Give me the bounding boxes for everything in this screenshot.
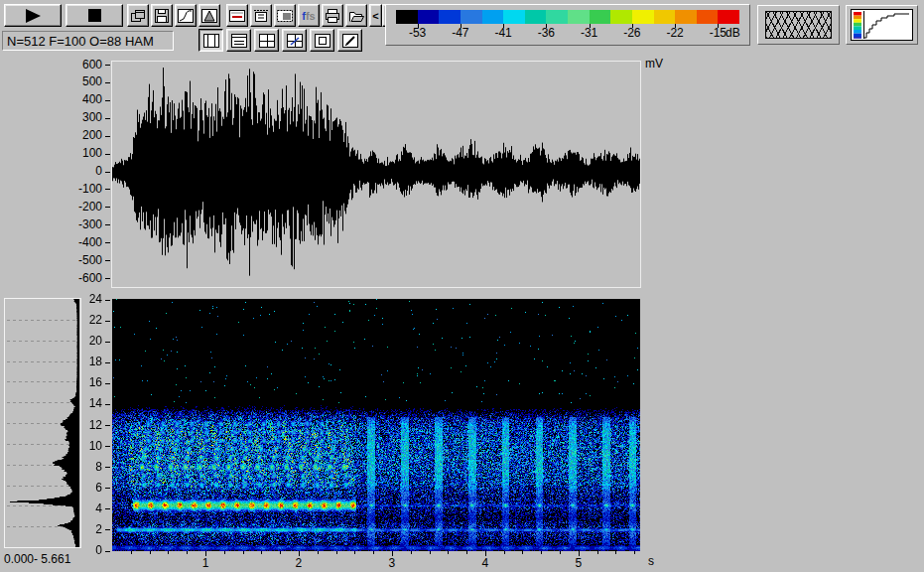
layout-quad-move-icon bbox=[287, 34, 303, 48]
spectrogram-x-tick-label: 4 bbox=[474, 556, 496, 570]
crosshatch-pattern-icon bbox=[765, 11, 832, 39]
waveform-y-tick bbox=[105, 154, 110, 155]
spectrogram-x-tick bbox=[541, 551, 542, 554]
color-scale-block bbox=[503, 10, 525, 24]
save-icon bbox=[155, 9, 169, 23]
sampling-rate-icon: ffs bbox=[302, 10, 315, 22]
layout-vertical-split-button[interactable] bbox=[198, 29, 223, 52]
spectrogram-plot[interactable] bbox=[112, 299, 640, 551]
spectrogram-x-tick bbox=[187, 551, 188, 554]
waveform-y-tick-label: 300 bbox=[57, 111, 102, 124]
spectrogram-y-tick bbox=[105, 529, 110, 530]
spectrogram-y-tick bbox=[105, 404, 110, 405]
waveform-canvas[interactable] bbox=[112, 62, 640, 287]
waveform-y-tick bbox=[105, 118, 110, 119]
spectrogram-x-tick bbox=[318, 551, 319, 554]
play-button[interactable] bbox=[4, 4, 62, 27]
spectrogram-x-tick bbox=[150, 551, 151, 554]
spectrogram-x-tick bbox=[373, 551, 374, 554]
layout-quad-button[interactable] bbox=[254, 29, 279, 52]
spectrogram-x-tick-label: 1 bbox=[195, 556, 216, 570]
waveform-y-tick bbox=[105, 260, 110, 261]
spectrogram-y-tick-label: 10 bbox=[57, 440, 102, 453]
spectrogram-x-tick-label: 3 bbox=[381, 556, 403, 570]
spectrogram-x-tick bbox=[504, 551, 505, 554]
spectrogram-y-tick bbox=[105, 446, 110, 447]
calibration-curve-icon bbox=[178, 9, 194, 23]
color-scale-tick-label: -22 bbox=[658, 26, 692, 40]
spectrogram-x-tick bbox=[634, 551, 635, 554]
spectrogram-x-tick bbox=[224, 551, 225, 554]
spectrogram-x-tick bbox=[560, 551, 561, 554]
color-scale-block bbox=[675, 10, 697, 24]
db-unit-label: dB bbox=[726, 26, 740, 40]
transfer-curve-panel[interactable] bbox=[846, 5, 918, 45]
layout-quad-move-button[interactable] bbox=[282, 29, 307, 52]
spectrogram-x-tick bbox=[466, 551, 467, 554]
waveform-y-tick bbox=[105, 189, 110, 190]
edit-pencil-icon bbox=[342, 34, 358, 48]
save-button[interactable] bbox=[151, 4, 173, 27]
spectrogram-x-tick bbox=[411, 551, 412, 554]
spectrogram-y-axis: 242220181614121086420 bbox=[0, 299, 111, 551]
color-scale-block bbox=[610, 10, 632, 24]
waveform-y-tick bbox=[105, 172, 110, 173]
sampling-rate-button[interactable]: ffs bbox=[298, 4, 320, 27]
copy-trace-button[interactable] bbox=[127, 4, 149, 27]
spectrogram-y-tick bbox=[105, 425, 110, 426]
waveform-plot[interactable] bbox=[111, 61, 641, 288]
spectrogram-x-tick bbox=[336, 551, 337, 554]
select-region-button[interactable] bbox=[274, 4, 296, 27]
signal-window-button[interactable] bbox=[226, 4, 248, 27]
play-icon bbox=[26, 9, 41, 23]
time-ruler-button[interactable] bbox=[250, 4, 272, 27]
color-scale-block bbox=[525, 10, 547, 24]
waveform-y-tick-label: 500 bbox=[57, 75, 102, 88]
spectrogram-y-tick-label: 6 bbox=[57, 482, 102, 495]
waveform-y-tick bbox=[105, 278, 110, 279]
color-scale-tick-label: -53 bbox=[401, 26, 435, 40]
spectrogram-x-tick bbox=[597, 551, 598, 554]
color-scale-panel: -53-47-41-36-31-26-22-15 dB bbox=[385, 4, 750, 46]
spectrogram-y-tick-label: 2 bbox=[57, 523, 102, 536]
spectrogram-y-tick-label: 16 bbox=[57, 376, 102, 389]
color-scale-tick-label: -31 bbox=[573, 26, 606, 40]
edit-annotations-button[interactable] bbox=[337, 29, 362, 52]
pattern-panel[interactable] bbox=[757, 5, 840, 45]
spectrogram-y-tick bbox=[105, 508, 110, 509]
time-ruler-icon bbox=[253, 9, 269, 23]
spectrogram-x-tick bbox=[354, 551, 355, 554]
window-function-button[interactable] bbox=[198, 4, 220, 27]
color-scale-block bbox=[439, 10, 461, 24]
spectrogram-y-tick bbox=[105, 300, 110, 301]
waveform-y-tick-label: 600 bbox=[57, 59, 102, 72]
prev-icon: < bbox=[372, 10, 378, 22]
layout-single-button[interactable] bbox=[310, 29, 334, 52]
spectrogram-x-tick bbox=[615, 551, 616, 554]
stop-button[interactable] bbox=[66, 4, 123, 27]
spectrogram-x-tick-label: 5 bbox=[568, 556, 590, 570]
color-scale-block bbox=[461, 10, 482, 24]
waveform-y-axis: 6005004003002001000-100-200-300-400-500-… bbox=[0, 61, 111, 286]
color-scale-block bbox=[546, 10, 568, 24]
waveform-y-tick-label: -300 bbox=[57, 218, 102, 231]
spectrogram-y-tick-label: 14 bbox=[57, 397, 102, 410]
waveform-y-tick bbox=[105, 136, 110, 137]
waveform-y-tick bbox=[105, 82, 110, 83]
color-scale-tick-label: -47 bbox=[444, 26, 477, 40]
color-scale-block bbox=[654, 10, 676, 24]
spectrogram-y-tick-label: 18 bbox=[57, 356, 102, 368]
prev-button[interactable]: < bbox=[369, 4, 382, 27]
spectrogram-y-tick-label: 22 bbox=[57, 314, 102, 327]
spectrogram-y-tick-label: 12 bbox=[57, 419, 102, 432]
print-button[interactable] bbox=[322, 4, 343, 27]
color-scale-block bbox=[697, 10, 719, 24]
time-unit-label: s bbox=[648, 554, 654, 568]
calibration-curve-button[interactable] bbox=[175, 4, 197, 27]
spectrogram-y-tick bbox=[105, 551, 110, 552]
spectrogram-x-tick bbox=[168, 551, 169, 554]
spectrogram-canvas[interactable] bbox=[112, 299, 640, 551]
spectrogram-y-tick-label: 24 bbox=[57, 293, 102, 306]
open-file-button[interactable] bbox=[345, 4, 367, 27]
layout-horizontal-split-button[interactable] bbox=[226, 29, 251, 52]
